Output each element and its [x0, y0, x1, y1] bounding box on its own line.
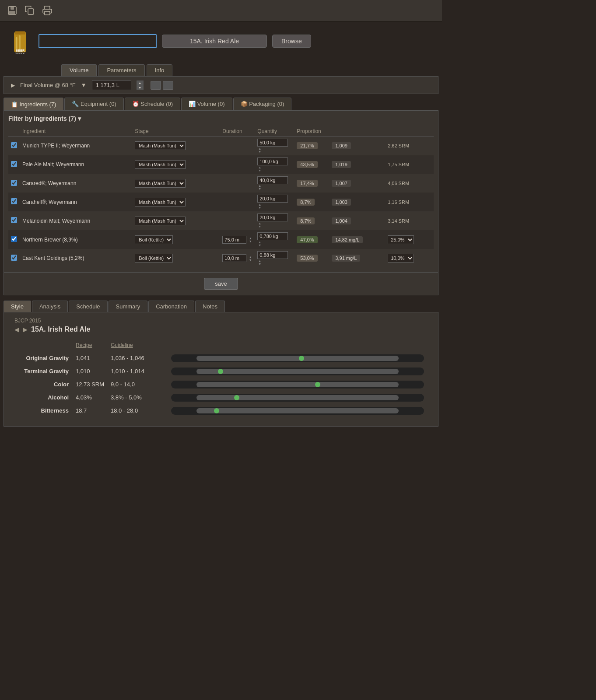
stage-select[interactable]: Mash (Mash Tun)	[135, 160, 186, 169]
col-duration: Duration	[220, 126, 255, 136]
stage-select[interactable]: Mash (Mash Tun)	[135, 198, 186, 206]
qty-stepper[interactable]: ▲▼	[258, 147, 261, 153]
stat-guideline-value: 1,036 - 1,046	[111, 355, 168, 361]
utilization-select[interactable]: 25,0% U	[388, 235, 414, 244]
stat-guideline-value: 1,010 - 1,014	[111, 368, 168, 374]
tab-ingredients[interactable]: 📋 Ingredients (7)	[4, 98, 63, 110]
bottom-tab-analysis[interactable]: Analysis	[32, 301, 68, 312]
duration-input[interactable]	[222, 254, 246, 262]
proportion-cell: 21,7%	[294, 136, 329, 155]
quantity-input[interactable]	[257, 232, 288, 240]
tab-schedule[interactable]: ⏰ Schedule (0)	[125, 98, 180, 110]
stage-select[interactable]: Mash (Mash Tun)	[135, 141, 186, 150]
slider-track	[196, 369, 399, 374]
stage-select[interactable]: Boil (Kettle)	[135, 254, 173, 262]
stage-select[interactable]: Mash (Mash Tun)	[135, 179, 186, 188]
style-next-icon[interactable]: ▶	[23, 326, 28, 333]
tab-packaging[interactable]: 📦 Packaging (0)	[233, 98, 292, 110]
value2-cell: 10,0% U	[385, 249, 434, 268]
qty-stepper[interactable]: ▲▼	[258, 259, 261, 266]
ingredient-checkbox[interactable]	[11, 255, 17, 261]
recipe-header: Recipe	[76, 342, 111, 348]
filter-label[interactable]: Filter by Ingredients (7) ▾	[8, 115, 81, 122]
ingredient-name: Carared®; Weyermann	[20, 174, 132, 193]
qty-stepper[interactable]: ▲▼	[258, 166, 261, 172]
quantity-input[interactable]	[257, 139, 288, 147]
col-check	[8, 126, 20, 136]
quantity-cell: ▲▼	[255, 174, 294, 193]
slider-dot	[315, 382, 320, 387]
value2-cell: 4,06 SRM	[385, 174, 434, 193]
copy-toolbar-icon[interactable]	[23, 4, 37, 18]
duration-cell: ▲▼	[220, 249, 255, 268]
duration-input[interactable]	[222, 236, 246, 244]
svg-text:BEER: BEER	[16, 49, 25, 52]
utilization-select[interactable]: 10,0% U	[388, 254, 414, 262]
volume-icon-1[interactable]	[151, 81, 161, 90]
volume-stepper[interactable]: ▲ ▼	[137, 80, 144, 90]
qty-stepper[interactable]: ▲▼	[258, 241, 261, 247]
quantity-cell: ▲▼	[255, 211, 294, 230]
table-row: East Kent Goldings (5,2%) Boil (Kettle) …	[8, 249, 434, 268]
save-button[interactable]: save	[204, 278, 238, 290]
stat-row: Alcohol 4,03% 3,8% - 5,0%	[14, 391, 428, 404]
svg-rect-3	[28, 9, 34, 14]
bjcp-label: BJCP 2015	[14, 318, 428, 324]
quantity-input[interactable]	[257, 214, 288, 221]
tab-volume[interactable]: Volume	[61, 64, 97, 76]
ingredient-checkbox[interactable]	[11, 217, 17, 223]
ingredient-checkbox[interactable]	[11, 161, 17, 167]
bottom-tab-carbonation[interactable]: Carbonation	[148, 301, 194, 312]
expand-arrow-icon[interactable]: ▶	[11, 82, 15, 88]
ingredient-checkbox[interactable]	[11, 198, 17, 204]
check-cell	[8, 174, 20, 193]
quantity-input[interactable]	[257, 195, 288, 203]
volume-decrement-button[interactable]: ▼	[137, 85, 144, 90]
proportion-badge: 8,7%	[297, 199, 315, 206]
beer-logo: BEER TOOLS	[7, 26, 33, 56]
ingredient-checkbox[interactable]	[11, 142, 17, 148]
tab-equipment[interactable]: 🔧 Equipment (0)	[64, 98, 123, 110]
col-ingredient: Ingredient	[20, 126, 132, 136]
volume-dropdown-icon[interactable]: ▼	[81, 82, 87, 88]
check-cell	[8, 155, 20, 174]
bottom-tab-notes[interactable]: Notes	[195, 301, 225, 312]
tab-volume-section[interactable]: 📊 Volume (0)	[181, 98, 232, 110]
duration-cell: ▲▼	[220, 230, 255, 249]
duration-cell	[220, 192, 255, 211]
quantity-input[interactable]	[257, 251, 288, 259]
stage-select[interactable]: Boil (Kettle)	[135, 235, 173, 244]
value2-cell: 1,75 SRM	[385, 155, 434, 174]
style-select-button[interactable]: 15A. Irish Red Ale	[162, 35, 267, 48]
tab-parameters[interactable]: Parameters	[98, 64, 144, 76]
quantity-input[interactable]	[257, 176, 288, 184]
quantity-input[interactable]	[257, 158, 288, 165]
recipe-name-input[interactable]	[39, 34, 157, 48]
ingredient-checkbox[interactable]	[11, 236, 17, 242]
qty-stepper[interactable]: ▲▼	[258, 184, 261, 190]
col-quantity: Quantity	[255, 126, 294, 136]
volume-input[interactable]: 1 171,3 L	[92, 80, 131, 90]
value1-cell: 1,009	[329, 136, 385, 155]
duration-stepper[interactable]: ▲▼	[249, 256, 252, 262]
stage-select[interactable]: Mash (Mash Tun)	[135, 217, 186, 225]
volume-icon-2[interactable]	[163, 81, 173, 90]
stat-recipe-value: 1,041	[76, 355, 111, 361]
srm-value: 3,14 SRM	[388, 218, 409, 224]
qty-stepper[interactable]: ▲▼	[258, 222, 261, 228]
print-toolbar-icon[interactable]	[40, 4, 54, 18]
value1-cell: 1,003	[329, 192, 385, 211]
duration-stepper[interactable]: ▲▼	[249, 237, 252, 243]
qty-stepper[interactable]: ▲▼	[258, 203, 261, 209]
ingredient-checkbox[interactable]	[11, 180, 17, 186]
value1-cell: 1,019	[329, 155, 385, 174]
bottom-tab-summary[interactable]: Summary	[109, 301, 148, 312]
bottom-tab-style[interactable]: Style	[4, 301, 31, 312]
browse-button[interactable]: Browse	[272, 35, 311, 48]
tab-info[interactable]: Info	[147, 64, 173, 76]
volume-increment-button[interactable]: ▲	[137, 80, 144, 85]
bottom-tab-schedule[interactable]: Schedule	[69, 301, 107, 312]
save-toolbar-icon[interactable]	[5, 4, 19, 18]
value1-badge: 1,003	[332, 199, 351, 206]
style-prev-icon[interactable]: ◀	[14, 326, 19, 333]
